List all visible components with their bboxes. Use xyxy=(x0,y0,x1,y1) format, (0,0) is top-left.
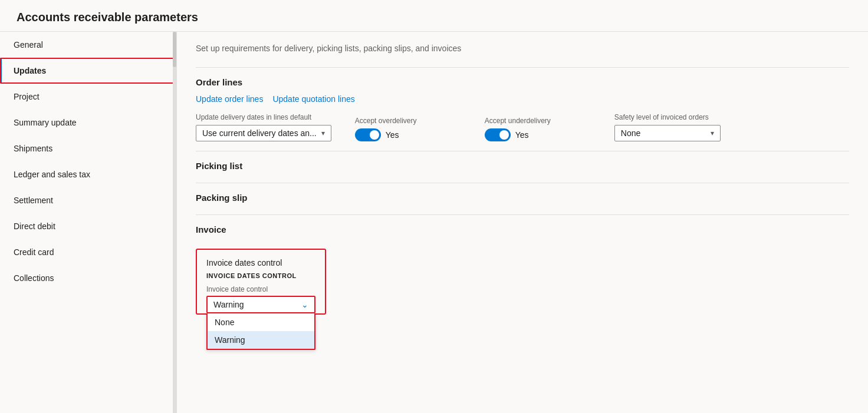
link-update-order-lines[interactable]: Update order lines xyxy=(196,94,263,104)
dropdown-selected-value: Warning xyxy=(213,300,244,309)
content-subtitle: Set up requirements for delivery, pickin… xyxy=(196,44,849,53)
field-accept-underdelivery: Accept underdelivery Yes xyxy=(485,117,591,141)
select-safety-level[interactable]: None ▾ xyxy=(614,125,721,141)
toggle-row-overdelivery: Yes xyxy=(355,128,461,141)
dropdown-trigger-invoice-date[interactable]: Warning ⌄ xyxy=(206,296,315,313)
sidebar-scrollbar[interactable] xyxy=(173,32,176,413)
field-accept-overdelivery: Accept overdelivery Yes xyxy=(355,117,461,141)
link-update-quotation-lines[interactable]: Update quotation lines xyxy=(272,94,354,104)
invoice-dates-box-title: Invoice dates control xyxy=(206,258,315,267)
section-picking-list: Picking list xyxy=(196,151,849,183)
select-safety-level-value: None xyxy=(621,128,640,138)
sidebar-item-settlement[interactable]: Settlement xyxy=(0,187,176,213)
main-content: Set up requirements for delivery, pickin… xyxy=(177,32,868,413)
invoice-control-label: Invoice date control xyxy=(206,285,315,293)
sidebar-item-credit-card[interactable]: Credit card xyxy=(0,239,176,265)
dropdown-list-invoice-date: None Warning xyxy=(206,313,315,350)
chevron-down-icon: ▾ xyxy=(321,129,325,137)
section-title-order-lines: Order lines xyxy=(196,77,849,87)
section-packing-slip: Packing slip xyxy=(196,183,849,214)
dropdown-item-warning[interactable]: Warning xyxy=(208,331,314,349)
chevron-down-safety-icon: ▾ xyxy=(711,129,714,137)
page-container: Accounts receivable parameters General U… xyxy=(0,0,868,413)
toggle-thumb-underdelivery xyxy=(499,130,509,140)
select-delivery-dates-value: Use current delivery dates an... xyxy=(202,128,317,138)
section-links-order-lines: Update order lines Update quotation line… xyxy=(196,94,849,104)
sidebar-item-general[interactable]: General xyxy=(0,32,176,58)
field-label-underdelivery: Accept underdelivery xyxy=(485,117,591,125)
toggle-underdelivery[interactable] xyxy=(485,128,511,141)
toggle-overdelivery[interactable] xyxy=(355,128,381,141)
invoice-dates-control-box: Invoice dates control INVOICE DATES CONT… xyxy=(196,249,326,315)
sidebar-item-project[interactable]: Project xyxy=(0,84,176,110)
dropdown-invoice-date-control: Warning ⌄ None Warning xyxy=(206,296,315,313)
main-layout: General Updates Project Summary update S… xyxy=(0,32,868,413)
section-invoice: Invoice Invoice dates control INVOICE DA… xyxy=(196,214,849,319)
toggle-row-underdelivery: Yes xyxy=(485,128,591,141)
toggle-label-overdelivery: Yes xyxy=(386,130,399,140)
field-label-overdelivery: Accept overdelivery xyxy=(355,117,461,125)
section-title-packing-slip: Packing slip xyxy=(196,193,849,203)
sidebar-scrollbar-thumb xyxy=(173,32,176,67)
toggle-label-underdelivery: Yes xyxy=(515,130,529,140)
page-title: Accounts receivable parameters xyxy=(0,0,868,32)
section-title-picking-list: Picking list xyxy=(196,161,849,171)
sidebar-item-shipments[interactable]: Shipments xyxy=(0,136,176,161)
toggle-thumb-overdelivery xyxy=(370,130,379,140)
section-title-invoice: Invoice xyxy=(196,224,849,234)
field-delivery-dates: Update delivery dates in lines default U… xyxy=(196,113,331,141)
dropdown-chevron-icon: ⌄ xyxy=(301,300,308,309)
sidebar-item-direct-debit[interactable]: Direct debit xyxy=(0,213,176,239)
field-safety-level: Safety level of invoiced orders None ▾ xyxy=(614,113,721,141)
select-delivery-dates[interactable]: Use current delivery dates an... ▾ xyxy=(196,125,331,141)
sidebar-item-ledger-sales-tax[interactable]: Ledger and sales tax xyxy=(0,161,176,187)
sidebar: General Updates Project Summary update S… xyxy=(0,32,177,413)
field-label-delivery-dates: Update delivery dates in lines default xyxy=(196,113,331,121)
field-label-safety-level: Safety level of invoiced orders xyxy=(614,113,721,121)
sidebar-item-updates[interactable]: Updates xyxy=(0,58,176,84)
sidebar-item-summary-update[interactable]: Summary update xyxy=(0,110,176,136)
dropdown-item-none[interactable]: None xyxy=(208,313,314,331)
order-lines-fields-row: Update delivery dates in lines default U… xyxy=(196,113,849,141)
section-order-lines: Order lines Update order lines Update qu… xyxy=(196,67,849,151)
invoice-dates-box-subtitle: INVOICE DATES CONTROL xyxy=(206,272,315,279)
sidebar-item-collections[interactable]: Collections xyxy=(0,265,176,291)
